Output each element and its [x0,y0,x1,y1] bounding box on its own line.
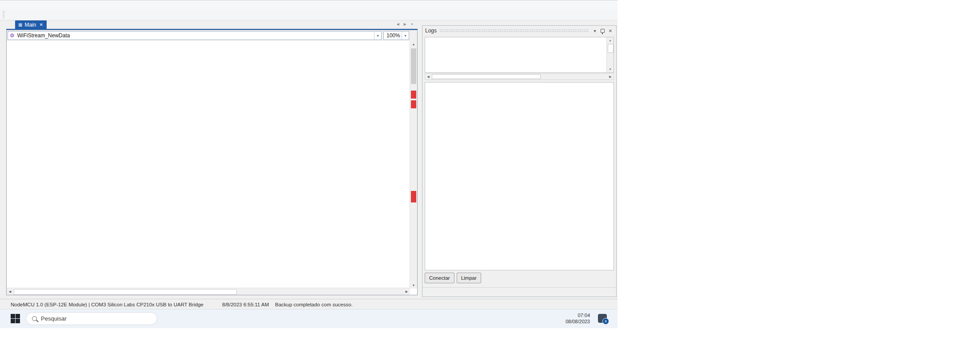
editor-combo-row: ⚙ WiFiStream_NewData ▾ 100% ▾ [7,30,417,41]
scroll-down-icon[interactable]: ▼ [607,66,613,72]
tab-main[interactable]: ▦ Main ✕ [15,20,47,29]
connect-button[interactable]: Conectar [425,273,454,283]
scrollbar-thumb[interactable] [411,48,416,84]
zoom-combobox[interactable]: 100% ▾ [383,31,409,40]
board-and-port-status: NodeMCU 1.0 (ESP-12E Module) | COM3 Sili… [11,302,203,307]
search-placeholder: Pesquisar [41,315,67,322]
b4r-ide-window: ▦ Main ✕ ◀ ▶ ▾ ⚙ WiFiStream_NewData ▾ 10… [0,0,617,309]
code-area[interactable] [7,41,410,289]
scrollbar-thumb[interactable] [608,44,613,53]
scroll-tabs-left-icon[interactable]: ◀ [395,21,401,27]
start-button[interactable] [11,314,20,324]
panel-drag-texture[interactable] [439,29,589,32]
error-mark[interactable] [411,91,416,99]
tab-close-icon[interactable]: ✕ [39,22,43,27]
sub-selector-combobox[interactable]: ⚙ WiFiStream_NewData ▾ [8,31,382,40]
editor-tab-strip: ▦ Main ✕ [6,20,418,29]
menu-bar [0,0,617,9]
taskbar-clock[interactable]: 07:04 08/08/2023 [566,313,590,325]
editor-vertical-scrollbar[interactable]: ▲ ▼ [410,41,417,289]
scroll-left-icon[interactable]: ◀ [7,288,13,295]
code-editor-pane: ⚙ WiFiStream_NewData ▾ 100% ▾ ▲ ▼ ◀ [6,30,418,295]
sub-icon: ⚙ [10,32,15,39]
module-icon: ▦ [18,22,22,27]
clock-time: 07:04 [566,313,590,319]
scroll-up-icon[interactable]: ▲ [410,41,417,48]
notifications-button[interactable]: 8 [598,314,607,323]
scroll-right-icon[interactable]: ▶ [403,288,410,295]
scroll-left-icon[interactable]: ◀ [425,74,431,79]
toolbar-grip[interactable] [3,11,4,18]
error-mark[interactable] [411,100,416,108]
taskbar-search[interactable]: Pesquisar [26,312,157,325]
toolbar [0,9,617,20]
scrollbar-thumb[interactable] [14,289,237,295]
scroll-right-icon[interactable]: ▶ [607,74,613,79]
clear-button[interactable]: Limpar [457,273,481,283]
panel-close-icon[interactable]: ✕ [607,28,613,33]
warnings-horizontal-scrollbar[interactable]: ◀ ▶ [425,73,614,80]
chevron-down-icon[interactable]: ▾ [402,32,409,40]
windows-taskbar: Pesquisar 07:04 08/08/2023 8 [0,309,617,328]
notification-count-badge: 8 [602,318,609,325]
warnings-vertical-scrollbar[interactable]: ▲ ▼ [606,37,613,72]
search-icon [32,316,37,321]
panel-title: Logs [425,28,437,34]
status-bar: NodeMCU 1.0 (ESP-12E Module) | COM3 Sili… [0,299,617,310]
logs-panel-header: Logs ▾ ✕ [422,26,616,36]
scroll-tabs-right-icon[interactable]: ▶ [402,21,408,27]
status-timestamp: 8/8/2023 6:55:11 AM [222,302,269,307]
tab-label: Main [24,22,36,28]
compiler-warnings-list: ▲ ▼ [425,37,614,73]
pin-icon[interactable] [601,29,605,33]
editor-nav-buttons: ◀ ▶ ▾ [395,21,415,27]
zoom-value: 100% [384,32,402,39]
scroll-down-icon[interactable]: ▼ [410,282,417,289]
selected-sub-value: WiFiStream_NewData [15,32,374,39]
editor-horizontal-scrollbar[interactable]: ◀ ▶ [7,288,410,295]
panel-collapse-icon[interactable]: ▾ [592,28,598,33]
log-output-area[interactable] [425,82,614,270]
logs-panel-buttons: Conectar Limpar [425,273,481,283]
chevron-down-icon[interactable]: ▾ [374,32,381,40]
logs-panel: Logs ▾ ✕ ▲ ▼ ◀ ▶ Conectar L [422,25,617,297]
screen: ▦ Main ✕ ◀ ▶ ▾ ⚙ WiFiStream_NewData ▾ 10… [0,0,980,341]
open-files-dropdown-icon[interactable]: ▾ [409,21,415,27]
scrollbar-thumb[interactable] [432,74,541,79]
clock-date: 08/08/2023 [566,319,590,325]
panel-bottom-tabs [422,287,616,297]
scroll-up-icon[interactable]: ▲ [607,37,613,44]
status-message: Backup completado com sucesso. [275,302,353,307]
error-mark[interactable] [411,191,416,202]
